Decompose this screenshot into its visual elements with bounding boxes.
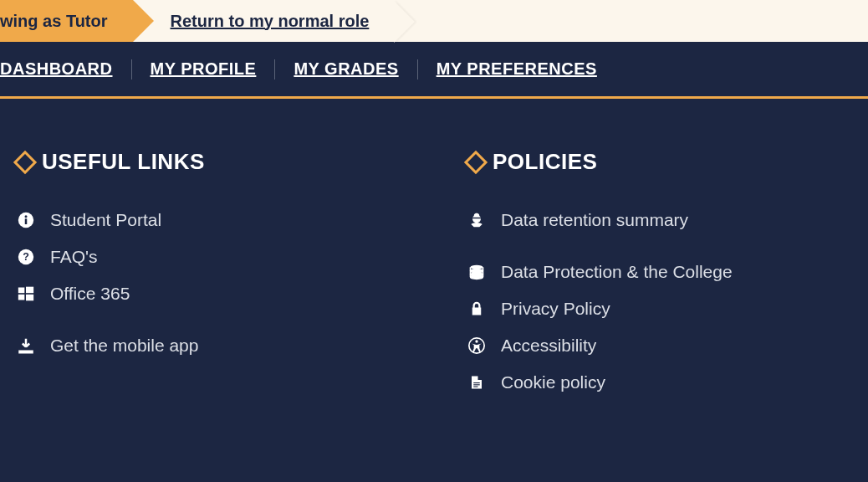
policies-list: Data retention summary Data Protection &… <box>467 202 851 401</box>
viewing-as-chevron: wing as Tutor <box>0 0 133 42</box>
svg-rect-15 <box>473 382 480 383</box>
link-label: Privacy Policy <box>501 299 610 319</box>
nav-my-preferences[interactable]: MY PREFERENCES <box>418 59 615 79</box>
policies-header: POLICIES <box>467 149 851 175</box>
useful-links-title: USEFUL LINKS <box>42 149 205 175</box>
link-label: Cookie policy <box>501 372 605 392</box>
return-to-role-link[interactable]: Return to my normal role <box>171 12 370 31</box>
link-office365[interactable]: Office 365 <box>17 275 401 312</box>
link-privacy-policy[interactable]: Privacy Policy <box>467 290 851 327</box>
lock-icon <box>467 300 486 318</box>
question-icon: ? <box>17 248 35 266</box>
policies-section: POLICIES Data retention summary Data Pro… <box>467 149 851 401</box>
link-label: Office 365 <box>50 284 130 304</box>
nav-dashboard[interactable]: DASHBOARD <box>0 59 131 79</box>
diamond-icon <box>464 150 488 173</box>
accessibility-icon <box>467 336 486 355</box>
svg-rect-6 <box>26 287 33 294</box>
link-faqs[interactable]: ? FAQ's <box>17 238 401 275</box>
download-icon <box>17 336 35 355</box>
user-secret-icon <box>467 211 486 229</box>
viewing-as-label: wing as Tutor <box>0 12 108 31</box>
link-student-portal[interactable]: Student Portal <box>17 202 401 238</box>
footer: USEFUL LINKS Student Portal ? FAQ's Offi… <box>0 99 868 401</box>
info-icon <box>17 211 35 229</box>
diamond-icon <box>13 150 37 173</box>
svg-point-14 <box>475 340 477 342</box>
useful-links-header: USEFUL LINKS <box>17 149 401 175</box>
link-label: Accessibility <box>501 336 596 356</box>
policies-title: POLICIES <box>493 149 597 175</box>
svg-text:?: ? <box>23 251 29 263</box>
main-nav: DASHBOARD MY PROFILE MY GRADES MY PREFER… <box>0 42 868 99</box>
link-data-protection[interactable]: Data Protection & the College <box>467 254 851 290</box>
svg-rect-7 <box>18 295 24 300</box>
link-label: Data retention summary <box>501 210 688 230</box>
link-label: Data Protection & the College <box>501 262 733 282</box>
svg-rect-16 <box>473 384 480 385</box>
link-label: FAQ's <box>50 247 98 267</box>
link-mobile-app[interactable]: Get the mobile app <box>17 327 401 364</box>
document-icon <box>467 373 486 392</box>
link-cookie-policy[interactable]: Cookie policy <box>467 364 851 401</box>
link-label: Student Portal <box>50 210 161 230</box>
useful-links-list: Student Portal ? FAQ's Office 365 Get th… <box>17 202 401 364</box>
svg-rect-5 <box>18 288 24 294</box>
svg-point-2 <box>25 215 28 218</box>
windows-icon <box>17 285 35 303</box>
svg-rect-17 <box>473 387 477 387</box>
link-data-retention[interactable]: Data retention summary <box>467 202 851 238</box>
link-label: Get the mobile app <box>50 336 198 356</box>
database-icon <box>467 263 486 281</box>
svg-rect-1 <box>25 218 28 224</box>
svg-point-12 <box>471 274 483 279</box>
role-switch-banner: wing as Tutor Return to my normal role <box>0 0 868 42</box>
svg-rect-8 <box>26 295 33 301</box>
nav-my-grades[interactable]: MY GRADES <box>275 59 416 79</box>
link-accessibility[interactable]: Accessibility <box>467 327 851 364</box>
nav-my-profile[interactable]: MY PROFILE <box>132 59 275 79</box>
useful-links-section: USEFUL LINKS Student Portal ? FAQ's Offi… <box>17 149 401 401</box>
